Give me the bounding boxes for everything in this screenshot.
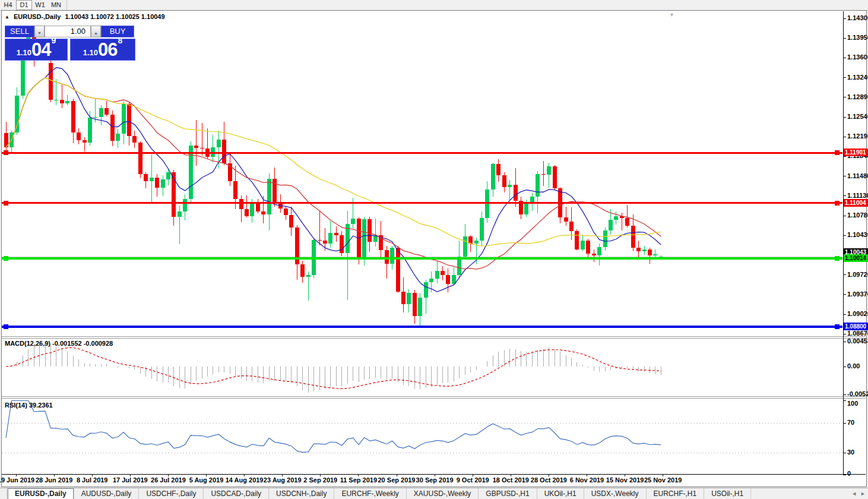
- line-anchor[interactable]: [4, 150, 8, 155]
- tabs-scroll-left-icon[interactable]: ◄: [851, 488, 857, 499]
- line-anchor[interactable]: [4, 201, 8, 206]
- timeframe-button-d1[interactable]: D1: [16, 0, 32, 10]
- chart-tab-usdx[interactable]: USDX-,Weekly: [584, 488, 647, 499]
- chart-tab-usdcad[interactable]: USDCAD-,Daily: [204, 488, 269, 499]
- chart-title: ▲ EURUSD-,Daily 1.10043 1.10072 1.10025 …: [5, 13, 165, 20]
- sell-price-pipette: 9: [52, 36, 56, 45]
- chart-tab-xauusd[interactable]: XAUUSD-,Weekly: [407, 488, 479, 499]
- chart-tab-audusd[interactable]: AUDUSD-,Daily: [74, 488, 140, 499]
- horizontal-line-1.10014[interactable]: [2, 257, 842, 260]
- chart-tab-eurchf[interactable]: EURCHF-,Weekly: [334, 488, 406, 499]
- rsi-line: [6, 401, 661, 453]
- chart-shift-marker-icon[interactable]: ▼: [669, 12, 674, 18]
- ohlc-values: 1.10043 1.10072 1.10025 1.10049: [65, 13, 164, 20]
- chart-tab-eurchf[interactable]: EURCHF-,H1: [647, 488, 705, 499]
- toolbar-separator: [66, 0, 67, 10]
- macd-signal-line: [6, 348, 661, 389]
- volume-increase-button[interactable]: ▲: [91, 26, 101, 37]
- chart-tab-eurusd[interactable]: EURUSD-,Daily: [8, 488, 74, 499]
- chart-tab-usoil[interactable]: USOil-,H1: [704, 488, 751, 499]
- symbol-period-label: EURUSD-,Daily: [14, 13, 61, 20]
- chart-tab-bar: EURUSD-,DailyAUDUSD-,DailyUSDCHF-,DailyU…: [0, 488, 868, 499]
- line-anchor[interactable]: [835, 201, 840, 206]
- sell-price-prefix: 1.10: [17, 48, 31, 57]
- horizontal-line-1.11901[interactable]: [2, 152, 842, 154]
- line-anchor[interactable]: [4, 256, 8, 261]
- spin-down-icon: ▼: [37, 31, 42, 35]
- moving-average-20: [6, 78, 661, 269]
- buy-price-big: 06: [98, 40, 117, 60]
- line-anchor[interactable]: [835, 256, 840, 261]
- chart-tab-usdcnh[interactable]: USDCNH-,Daily: [269, 488, 334, 499]
- tabs-scroll-right-icon[interactable]: ►: [860, 488, 866, 499]
- buy-price-display[interactable]: 1.10 06 8: [70, 39, 135, 61]
- horizontal-line-1.11004[interactable]: [2, 202, 842, 204]
- timeframe-button-w1[interactable]: W1: [32, 0, 48, 10]
- timeframe-button-mn[interactable]: MN: [48, 0, 64, 10]
- sell-button[interactable]: SELL: [5, 26, 34, 37]
- sell-price-display[interactable]: 1.10 04 9: [5, 39, 68, 61]
- chart-tab-ukoil[interactable]: UKOil-,H1: [537, 488, 584, 499]
- volume-decrease-button[interactable]: ▼: [34, 26, 45, 37]
- chart-canvas[interactable]: [2, 11, 866, 487]
- timeframe-button-h4[interactable]: H4: [0, 0, 16, 10]
- candles-layer: [4, 29, 663, 327]
- line-anchor[interactable]: [835, 324, 840, 329]
- moving-average-45: [6, 78, 661, 246]
- timeframe-toolbar: H4D1W1MN: [0, 0, 868, 11]
- line-anchor[interactable]: [4, 324, 8, 329]
- chart-tabs: EURUSD-,DailyAUDUSD-,DailyUSDCHF-,DailyU…: [8, 488, 751, 499]
- spin-up-icon: ▲: [94, 31, 98, 35]
- sell-price-big: 04: [31, 40, 50, 60]
- collapse-triangle-icon[interactable]: ▲: [5, 14, 9, 20]
- chart-tab-usdchf[interactable]: USDCHF-,Daily: [139, 488, 204, 499]
- horizontal-line-1.08800[interactable]: [2, 326, 842, 328]
- trading-terminal: { "toolbar": {"timeframes": [ {"label": …: [0, 0, 868, 499]
- buy-price-pipette: 8: [118, 36, 123, 45]
- macd-histogram: [6, 342, 661, 393]
- chart-tab-gbpusd[interactable]: GBPUSD-,H1: [479, 488, 537, 499]
- rsi-label: RSI(14) 39.2361: [5, 402, 53, 409]
- macd-label: MACD(12,26,9) -0.001552 -0.000928: [5, 340, 113, 347]
- tab-scroll-arrows: ◄ ►: [851, 488, 866, 499]
- tabbar-gutter: [0, 488, 8, 499]
- one-click-trading-panel: SELL ▼ 1.00 ▲ BUY 1.10 04 9 1.10 06 8: [5, 26, 137, 61]
- line-anchor[interactable]: [835, 150, 840, 155]
- buy-price-prefix: 1.10: [83, 48, 98, 57]
- timeframe-buttons: H4D1W1MN: [0, 0, 64, 10]
